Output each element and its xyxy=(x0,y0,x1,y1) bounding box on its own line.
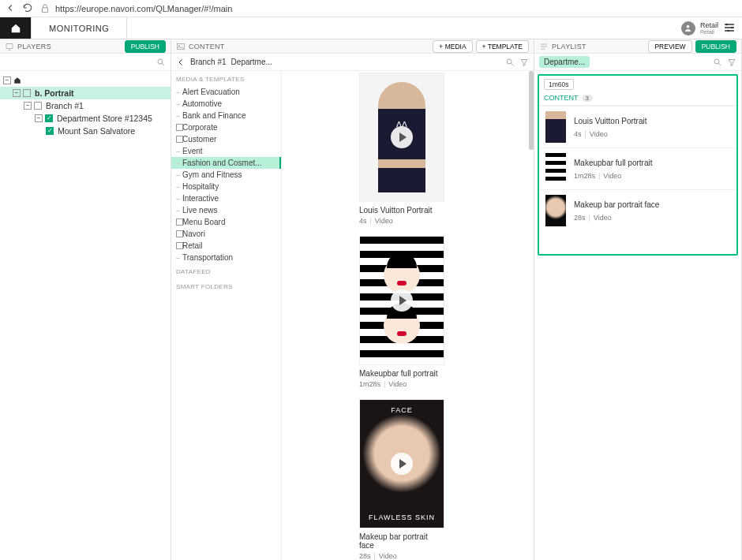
folder-item[interactable]: Alert Evacuation xyxy=(171,86,281,98)
media-card[interactable]: Makeupbar full portrait 1m28s|Video xyxy=(359,236,444,388)
folder-item[interactable]: Automotive xyxy=(171,98,281,110)
svg-point-3 xyxy=(731,26,733,28)
players-header: PLAYERS xyxy=(17,43,51,50)
breadcrumb-dept[interactable]: Departme... xyxy=(231,58,272,66)
playlist-card: 1m60s CONTENT 3 Louis Vuitton Portrait4s… xyxy=(538,74,738,256)
search-icon[interactable] xyxy=(505,58,515,67)
media-templates-header: MEDIA & TEMPLATES xyxy=(171,71,281,86)
tree-item-portrait[interactable]: −b. Portrait xyxy=(0,87,171,99)
svg-point-2 xyxy=(725,23,728,25)
add-media-button[interactable]: + MEDIA xyxy=(433,40,472,53)
breadcrumb-branch[interactable]: Branch #1 xyxy=(190,58,227,66)
smart-folders-header: SMART FOLDERS xyxy=(171,278,281,293)
content-header: CONTENT xyxy=(189,43,225,50)
svg-point-1 xyxy=(687,25,690,28)
players-tree: − −b. Portrait −Branch #1 −Department St… xyxy=(0,71,171,140)
players-panel: PLAYERS PUBLISH − −b. Portrait −Branch #… xyxy=(0,39,171,560)
play-icon[interactable] xyxy=(391,126,413,148)
scrollbar[interactable] xyxy=(529,71,534,150)
playlist-thumb xyxy=(545,111,566,143)
folder-item[interactable]: Customer xyxy=(171,133,281,145)
tree-item-mount[interactable]: Mount San Salvatore xyxy=(0,125,171,137)
folder-item-selected[interactable]: Fashion and Cosmet... xyxy=(171,157,281,169)
card-title: Makeupbar full portrait xyxy=(359,369,444,378)
lock-icon xyxy=(39,3,51,14)
svg-point-6 xyxy=(158,59,163,64)
search-icon[interactable] xyxy=(713,58,722,67)
card-title: Makeup bar portrait face xyxy=(359,532,444,550)
settings-icon[interactable] xyxy=(723,21,736,35)
players-publish-button[interactable]: PUBLISH xyxy=(125,40,166,53)
browser-toolbar: https://europe.navori.com/QLManager/#!/m… xyxy=(0,0,742,17)
folder-item[interactable]: Interactive xyxy=(171,192,281,204)
card-title: Louis Vuitton Portrait xyxy=(359,206,444,215)
url-text: https://europe.navori.com/QLManager/#!/m… xyxy=(55,4,232,13)
datafeed-header: DATAFEED xyxy=(171,263,281,278)
folder-item[interactable]: Live news xyxy=(171,204,281,216)
svg-point-4 xyxy=(727,29,729,32)
tree-root[interactable]: − xyxy=(0,74,171,87)
media-card[interactable]: ꓥꓥ Louis Vuitton Portrait 4s|Video xyxy=(359,73,444,225)
tree-item-branch[interactable]: −Branch #1 xyxy=(0,99,171,112)
home-tab[interactable] xyxy=(0,17,32,39)
breadcrumb-back-icon[interactable] xyxy=(176,58,186,67)
tab-bar: MONITORING RetailRetail xyxy=(0,17,742,39)
folder-item[interactable]: Gym and Fitness xyxy=(171,169,281,181)
monitoring-tab[interactable]: MONITORING xyxy=(32,17,127,39)
folder-item[interactable]: Transportation xyxy=(171,252,281,263)
playlist-icon xyxy=(539,42,549,51)
playlist-header: PLAYLIST xyxy=(552,43,586,50)
media-card[interactable]: FACEFLAWLESS SKIN Makeup bar portrait fa… xyxy=(359,399,444,560)
folder-item[interactable]: Navori xyxy=(171,228,281,240)
folder-item[interactable]: Corporate xyxy=(171,121,281,133)
playlist-item[interactable]: Louis Vuitton Portrait4s|Video xyxy=(539,106,736,147)
folder-item[interactable]: Bank and Finance xyxy=(171,110,281,121)
folder-item[interactable]: Event xyxy=(171,145,281,157)
svg-point-9 xyxy=(507,59,512,64)
svg-point-8 xyxy=(178,45,180,47)
playlist-thumb xyxy=(545,195,566,226)
playlist-publish-button[interactable]: PUBLISH xyxy=(695,40,736,53)
playlist-duration: 1m60s xyxy=(544,79,574,90)
folder-item[interactable]: Menu Board xyxy=(171,216,281,228)
playlist-panel: PLAYLIST PREVIEW PUBLISH Departme... 1m6… xyxy=(534,39,742,560)
playlist-chip[interactable]: Departme... xyxy=(539,56,590,68)
players-icon xyxy=(5,42,14,51)
folder-item[interactable]: Retail xyxy=(171,240,281,252)
play-icon[interactable] xyxy=(391,289,413,312)
preview-button[interactable]: PREVIEW xyxy=(648,40,691,53)
user-label: RetailRetail xyxy=(700,22,718,35)
refresh-icon[interactable] xyxy=(22,2,33,15)
svg-point-10 xyxy=(714,59,719,64)
search-icon[interactable] xyxy=(156,58,166,67)
content-cards: ꓥꓥ Louis Vuitton Portrait 4s|Video Makeu… xyxy=(282,71,534,560)
add-template-button[interactable]: + TEMPLATE xyxy=(476,40,529,53)
tree-item-dept[interactable]: −Department Store #12345 xyxy=(0,112,171,125)
playlist-tab-content[interactable]: CONTENT xyxy=(544,94,579,102)
media-sidebar: MEDIA & TEMPLATES Alert Evacuation Autom… xyxy=(171,71,282,560)
url-bar[interactable]: https://europe.navori.com/QLManager/#!/m… xyxy=(39,3,737,14)
playlist-item[interactable]: Makeup bar portrait face28s|Video xyxy=(539,189,736,231)
svg-rect-0 xyxy=(43,7,48,12)
content-panel: CONTENT + MEDIA + TEMPLATE Branch #1 Dep… xyxy=(171,39,534,560)
folder-item[interactable]: Hospitality xyxy=(171,181,281,192)
content-icon xyxy=(176,42,186,51)
playlist-item[interactable]: Makeupbar full portrait1m28s|Video xyxy=(539,147,736,189)
avatar[interactable] xyxy=(681,21,695,35)
playlist-thumb xyxy=(545,153,566,185)
filter-icon[interactable] xyxy=(519,58,529,67)
back-icon[interactable] xyxy=(5,2,16,15)
filter-icon[interactable] xyxy=(727,58,736,67)
playlist-count-badge: 3 xyxy=(582,95,593,102)
play-icon[interactable] xyxy=(391,453,413,475)
svg-rect-5 xyxy=(6,43,13,48)
